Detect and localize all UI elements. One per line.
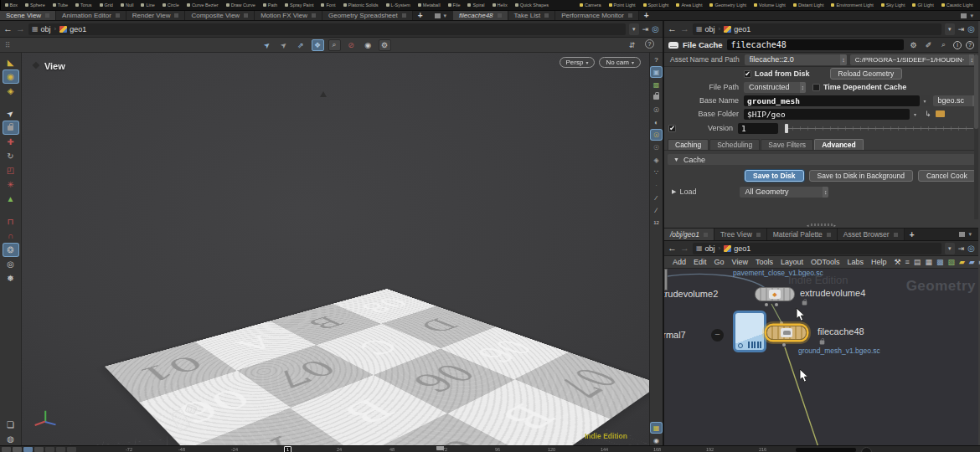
asset-path-dropdown[interactable]: C:/PROGRA~1/SIDEEF~1/HOUDIN~1.584/houdin… xyxy=(850,54,975,65)
shelf-tool-camera[interactable]: Camera xyxy=(576,3,606,8)
param-tab-caching[interactable]: Caching xyxy=(668,139,709,150)
breadcrumb[interactable]: ▦obj › geo1 xyxy=(693,23,941,35)
back-icon[interactable]: ← xyxy=(3,24,13,33)
breadcrumb-geo1[interactable]: geo1 xyxy=(724,25,750,33)
scale-tool-icon[interactable]: ◰ xyxy=(3,164,18,177)
shelf-tool-volume-light[interactable]: Volume Light xyxy=(750,3,790,8)
toolbar-grip-icon[interactable]: ⠿ xyxy=(5,41,10,49)
shelf-tool-platonic-solids[interactable]: Platonic Solids xyxy=(339,3,382,8)
frame-tick[interactable]: 192 xyxy=(706,447,714,452)
node-name-extrudevolume2[interactable]: extrudevolume2 xyxy=(664,289,718,299)
no-selection-icon[interactable]: ⊘ xyxy=(345,39,358,51)
pane-tab-render-view[interactable]: Render View xyxy=(126,11,186,20)
table-view-icon[interactable]: ▦ xyxy=(925,258,932,266)
base-name-input[interactable]: ground_mesh xyxy=(744,95,920,106)
params-scrollbar[interactable] xyxy=(974,54,978,219)
viewport-3d[interactable]: 01AB080607CDAB06060502B07 ❖ View Persp▾ … xyxy=(22,53,649,445)
viewport-settings-icon[interactable]: ⚙ xyxy=(379,39,391,51)
path-history-caret-icon[interactable]: ▾ xyxy=(945,243,955,254)
scene-display-icon[interactable]: ▩ xyxy=(651,80,662,90)
gear-menu-icon[interactable]: ⚙ xyxy=(908,41,919,49)
select-mode-icon[interactable]: ➤ xyxy=(261,39,274,51)
forward-icon[interactable]: → xyxy=(680,244,689,253)
help-icon[interactable]: ? xyxy=(966,41,974,49)
spinner-icon[interactable]: ↕ xyxy=(840,54,847,65)
camera-view-icon[interactable]: ▣ xyxy=(651,67,662,77)
left-pane-controls[interactable]: ▾ xyxy=(428,11,454,20)
radial-menu-icon[interactable]: ◎ xyxy=(652,24,659,33)
shelf-tool-spot-light[interactable]: Spot Light xyxy=(639,3,673,8)
tree-list-icon[interactable]: ≡ xyxy=(905,258,910,266)
node-name-normal7[interactable]: normal7 xyxy=(664,330,686,340)
frame-tick[interactable]: 168 xyxy=(653,447,661,452)
sop-state-icon[interactable]: ❖ xyxy=(312,39,324,51)
network-menu-layout[interactable]: Layout xyxy=(781,258,803,266)
forward-icon[interactable]: → xyxy=(16,24,25,33)
breadcrumb[interactable]: ▦obj › geo1 xyxy=(28,23,626,35)
shelf-tool-geometry-light[interactable]: Geometry Light xyxy=(706,3,750,8)
pane-split-handle[interactable]: ◂▸ xyxy=(664,223,978,227)
shelf-tool-metaball[interactable]: Metaball xyxy=(414,3,444,8)
save-to-disk-background-button[interactable]: Save to Disk in Background xyxy=(809,170,913,182)
network-menu-go[interactable]: Go xyxy=(714,258,725,266)
frame-tick[interactable]: -24 xyxy=(231,447,238,452)
points-display-icon[interactable]: ∵ xyxy=(651,167,662,177)
tab-close-icon[interactable] xyxy=(45,13,49,18)
slider-handle[interactable] xyxy=(785,124,788,133)
param-tab-advanced[interactable]: Advanced xyxy=(814,139,864,150)
tab-close-icon[interactable] xyxy=(894,233,898,237)
playbar-key-button[interactable] xyxy=(45,447,54,452)
reflections-icon[interactable]: ◈ xyxy=(651,155,662,165)
cancel-cook-button[interactable]: Cancel Cook xyxy=(918,170,976,182)
secure-selection-icon[interactable] xyxy=(3,121,18,134)
headlight-icon[interactable]: ☉ xyxy=(651,105,662,115)
radial-menu-icon[interactable]: ◎ xyxy=(967,24,975,33)
tab-close-icon[interactable] xyxy=(756,233,761,237)
tab-close-icon[interactable] xyxy=(402,13,406,18)
playbar-key-button[interactable] xyxy=(34,447,44,452)
base-folder-input[interactable]: $HIP/geo xyxy=(744,109,910,120)
back-icon[interactable]: ← xyxy=(668,24,677,33)
view-layout-icon[interactable]: ◣ xyxy=(3,56,18,69)
network-menu-edit[interactable]: Edit xyxy=(694,258,707,266)
shelf-tool-gi-light[interactable]: GI Light xyxy=(909,3,937,8)
shelf-tool-sphere[interactable]: Sphere xyxy=(21,3,49,8)
frame-tick[interactable]: 96 xyxy=(495,447,500,452)
frame-tick[interactable]: -72 xyxy=(126,447,132,452)
pane-menu-caret-icon[interactable]: ▾ xyxy=(444,13,447,19)
copy-path-icon[interactable]: ↳ xyxy=(925,110,931,118)
node-filecache48[interactable] xyxy=(766,326,807,340)
extension-dropdown[interactable]: bgeo.sc↕ xyxy=(933,95,978,106)
info-icon[interactable]: i xyxy=(953,41,962,49)
move-mode-icon[interactable]: ➤ xyxy=(278,39,291,51)
pane-tab-performance-monitor[interactable]: Performance Monitor xyxy=(555,11,639,20)
reload-geometry-button[interactable]: Reload Geometry xyxy=(830,68,903,80)
param-tab-save-filters[interactable]: Save Filters xyxy=(761,139,813,150)
notes-icon[interactable]: ▰ xyxy=(959,258,965,266)
playbar-key-button[interactable] xyxy=(13,447,22,452)
maximize-pane-icon[interactable] xyxy=(435,13,441,18)
thumb-view-icon[interactable]: ▨ xyxy=(947,258,955,266)
shelf-tool-sky-light[interactable]: Sky Light xyxy=(877,3,909,8)
brush-icon[interactable]: ✐ xyxy=(923,41,934,49)
param-tab-scheduling[interactable]: Scheduling xyxy=(709,139,760,150)
tab-close-icon[interactable] xyxy=(544,13,549,18)
shelf-tool-line[interactable]: Line xyxy=(137,3,158,8)
folder-browse-icon[interactable] xyxy=(936,110,945,117)
breadcrumb-obj[interactable]: ▦obj xyxy=(696,244,715,253)
lock-camera-icon[interactable] xyxy=(651,92,662,102)
snap-magnet-icon[interactable]: ∩ xyxy=(3,229,18,242)
pane-tab-motion-fx-view[interactable]: Motion FX View xyxy=(255,11,322,20)
shelf-tool-null[interactable]: Null xyxy=(116,3,137,8)
playbar-key-button[interactable] xyxy=(2,447,11,452)
time-dependent-checkbox[interactable] xyxy=(812,84,820,91)
sculpt-tool-icon[interactable]: ❂ xyxy=(3,244,18,256)
pane-tab-filecache48[interactable]: filecache48 xyxy=(453,11,508,20)
version-input[interactable]: 1 xyxy=(738,123,778,134)
shelf-tool-draw-curve[interactable]: Draw Curve xyxy=(222,3,259,8)
current-frame-indicator[interactable]: 1 xyxy=(284,446,291,452)
expand-icon[interactable]: ▶ xyxy=(672,188,676,195)
network-menu-add[interactable]: Add xyxy=(673,258,686,266)
version-slider[interactable] xyxy=(785,123,973,133)
node-preview-panel[interactable] xyxy=(733,311,766,352)
